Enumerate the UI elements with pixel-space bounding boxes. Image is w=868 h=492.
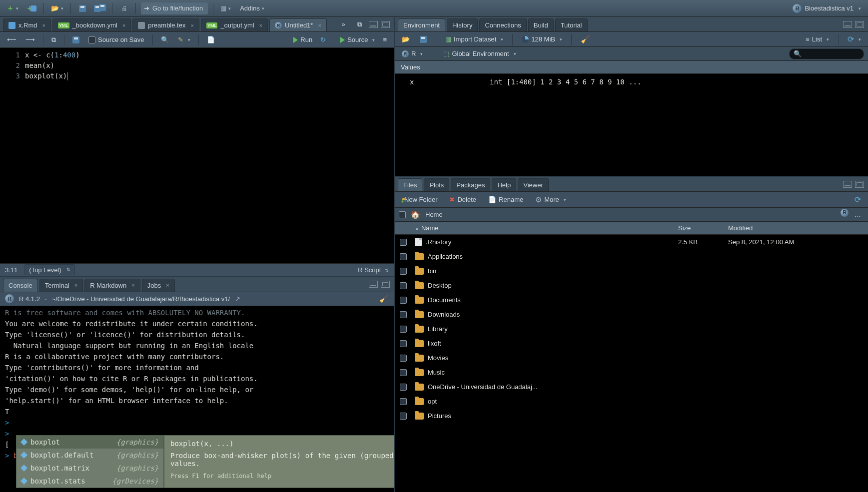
row-checkbox[interactable] bbox=[400, 282, 407, 289]
row-checkbox[interactable] bbox=[400, 311, 407, 318]
go-to-dir-icon[interactable]: ↗ bbox=[235, 295, 240, 303]
close-icon[interactable]: × bbox=[166, 282, 169, 288]
autocomplete-list[interactable]: boxplot{graphics} boxplot.default{graphi… bbox=[16, 435, 164, 488]
back-button[interactable]: ⟵ bbox=[4, 34, 19, 46]
tab-rmarkdown[interactable]: R Markdown× bbox=[84, 279, 140, 292]
view-mode-button[interactable]: ≡ List▾ bbox=[803, 33, 832, 45]
minimize-pane-icon[interactable] bbox=[843, 21, 852, 28]
goto-project-dir-button[interactable]: R bbox=[841, 209, 849, 217]
open-file-button[interactable]: 📂▾ bbox=[49, 2, 65, 14]
minimize-pane-icon[interactable] bbox=[843, 181, 852, 188]
memory-usage[interactable]: 128 MiB▾ bbox=[519, 33, 565, 45]
row-checkbox[interactable] bbox=[400, 253, 407, 260]
tab-preamble-tex[interactable]: preamble.tex× bbox=[132, 18, 199, 31]
env-search-input[interactable]: 🔍 bbox=[789, 48, 864, 59]
folder-row[interactable]: Pictures bbox=[395, 409, 868, 423]
compile-report-button[interactable]: 📄 bbox=[204, 34, 218, 46]
tab-x-rmd[interactable]: x.Rmd× bbox=[3, 18, 51, 31]
close-icon[interactable]: × bbox=[42, 22, 45, 28]
row-checkbox[interactable] bbox=[400, 239, 407, 246]
console-output[interactable]: R is free software and comes with ABSOLU… bbox=[0, 306, 394, 492]
save-source-button[interactable] bbox=[69, 34, 82, 46]
save-all-button[interactable] bbox=[92, 2, 107, 14]
folder-row[interactable]: lixoft bbox=[395, 336, 868, 351]
save-workspace-button[interactable] bbox=[417, 33, 430, 45]
row-checkbox[interactable] bbox=[400, 384, 407, 391]
forward-button[interactable]: ⟶ bbox=[22, 34, 38, 46]
goto-file-function[interactable]: ➜ Go to file/function bbox=[141, 2, 208, 14]
refresh-env-button[interactable]: ⟳▾ bbox=[845, 33, 864, 45]
maximize-pane-icon[interactable] bbox=[381, 21, 390, 28]
code-tools-button[interactable]: ✎▾ bbox=[175, 34, 193, 46]
tab-connections[interactable]: Connections bbox=[479, 18, 526, 31]
minimize-pane-icon[interactable] bbox=[369, 281, 378, 288]
row-checkbox[interactable] bbox=[400, 340, 407, 347]
rerun-button[interactable]: ↻ bbox=[317, 34, 329, 46]
source-button[interactable]: Source▾ bbox=[337, 34, 378, 46]
folder-row[interactable]: Downloads bbox=[395, 307, 868, 322]
col-size-header[interactable]: Size bbox=[678, 224, 728, 232]
tab-files[interactable]: Files bbox=[398, 178, 422, 191]
env-selector[interactable]: ⬚Global Environment▾ bbox=[440, 48, 519, 60]
folder-row[interactable]: Documents bbox=[395, 293, 868, 307]
source-popout-button[interactable]: ⧉ bbox=[353, 18, 366, 30]
tab-output-yml[interactable]: YML_output.yml× bbox=[201, 18, 268, 31]
delete-button[interactable]: ✖Delete bbox=[446, 194, 479, 206]
row-checkbox[interactable] bbox=[400, 369, 407, 376]
ac-item-boxplot[interactable]: boxplot{graphics} bbox=[16, 436, 163, 449]
new-project-button[interactable]: ＋ bbox=[23, 2, 38, 14]
folder-row[interactable]: Library bbox=[395, 322, 868, 336]
row-checkbox[interactable] bbox=[400, 297, 407, 304]
new-file-button[interactable]: ＋▾ bbox=[4, 2, 20, 14]
home-icon[interactable]: 🏠 bbox=[411, 210, 420, 219]
clear-workspace-button[interactable]: 🧹 bbox=[578, 33, 593, 45]
ac-item-boxplot-stats[interactable]: boxplot.stats{grDevices} bbox=[16, 475, 163, 488]
close-icon[interactable]: × bbox=[122, 22, 125, 28]
ac-item-boxplot-default[interactable]: boxplot.default{graphics} bbox=[16, 449, 163, 462]
tab-console[interactable]: Console bbox=[3, 279, 38, 292]
row-checkbox[interactable] bbox=[400, 355, 407, 362]
tab-viewer[interactable]: Viewer bbox=[518, 178, 549, 191]
outline-button[interactable]: ≡ bbox=[380, 34, 390, 46]
close-icon[interactable]: × bbox=[190, 22, 193, 28]
tab-bookdown-yml[interactable]: YML_bookdown.yml× bbox=[52, 18, 131, 31]
tab-build[interactable]: Build bbox=[528, 18, 554, 31]
print-button[interactable]: 🖨 bbox=[117, 2, 130, 14]
maximize-pane-icon[interactable] bbox=[855, 21, 864, 28]
folder-row[interactable]: Applications bbox=[395, 249, 868, 264]
save-button[interactable] bbox=[76, 2, 89, 14]
close-icon[interactable]: × bbox=[318, 22, 321, 28]
tab-help[interactable]: Help bbox=[492, 178, 516, 191]
project-menu[interactable]: R Bioestadistica v1 ▾ bbox=[790, 4, 864, 13]
file-row[interactable]: .Rhistory2.5 KBSep 8, 2021, 12:00 AM bbox=[395, 235, 868, 249]
tab-plots[interactable]: Plots bbox=[424, 178, 449, 191]
rename-button[interactable]: 📄Rename bbox=[485, 194, 526, 206]
tab-terminal[interactable]: Terminal× bbox=[39, 279, 83, 292]
grid-button[interactable]: ▦▾ bbox=[218, 2, 233, 14]
row-checkbox[interactable] bbox=[400, 268, 407, 275]
refresh-files-button[interactable]: ⟳ bbox=[852, 194, 864, 206]
import-dataset-button[interactable]: ▦Import Dataset▾ bbox=[442, 33, 506, 45]
tab-history[interactable]: History bbox=[447, 18, 478, 31]
minimize-pane-icon[interactable] bbox=[369, 21, 378, 28]
folder-row[interactable]: Desktop bbox=[395, 278, 868, 293]
env-var-row[interactable]: x int [1:400] 1 2 3 4 5 6 7 8 9 10 ... bbox=[395, 76, 868, 88]
tab-environment[interactable]: Environment bbox=[398, 18, 445, 31]
run-button[interactable]: Run bbox=[290, 34, 315, 46]
more-path-button[interactable]: … bbox=[852, 209, 864, 221]
ac-item-boxplot-matrix[interactable]: boxplot.matrix{graphics} bbox=[16, 462, 163, 475]
scope-selector[interactable]: (Top Level)⇅ bbox=[24, 264, 74, 275]
select-all-check[interactable] bbox=[399, 211, 406, 218]
tab-packages[interactable]: Packages bbox=[451, 178, 490, 191]
maximize-pane-icon[interactable] bbox=[381, 281, 390, 288]
col-name-header[interactable]: ▲Name bbox=[412, 224, 678, 232]
row-checkbox[interactable] bbox=[400, 326, 407, 333]
tab-tutorial[interactable]: Tutorial bbox=[555, 18, 588, 31]
row-checkbox[interactable] bbox=[400, 398, 407, 405]
tab-overflow-button[interactable]: » bbox=[337, 18, 350, 30]
more-button[interactable]: ⚙More▾ bbox=[532, 194, 569, 206]
close-icon[interactable]: × bbox=[131, 282, 134, 288]
lang-selector[interactable]: RR▾ bbox=[399, 48, 426, 60]
source-editor[interactable]: 123 x <- c(1:400) mean(x) boxplot(x) bbox=[0, 48, 394, 263]
show-in-new-window-button[interactable]: ⧉ bbox=[48, 34, 59, 46]
